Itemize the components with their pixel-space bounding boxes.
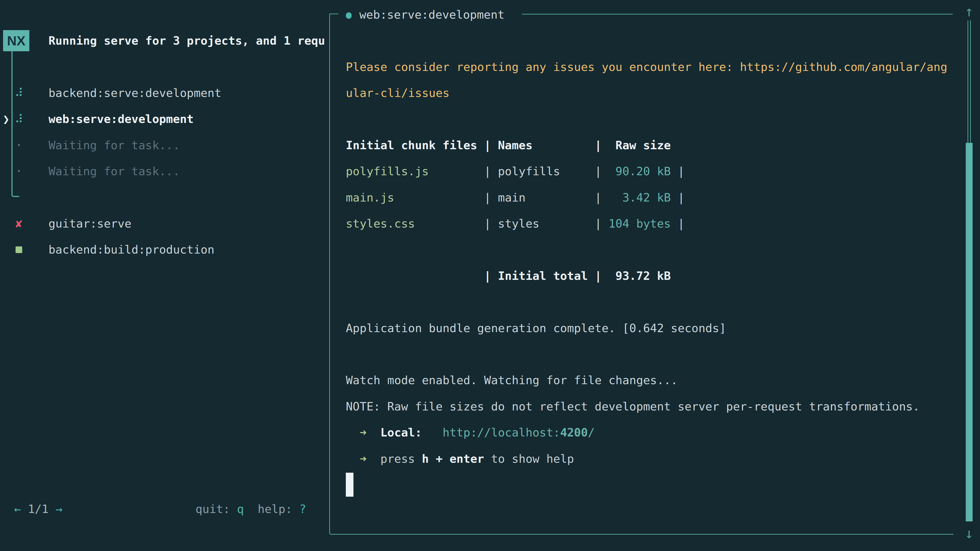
task-label: Waiting for task... (48, 158, 180, 184)
task-row-backend-serve-development[interactable]: ⠼backend:serve:development (0, 80, 328, 106)
output-segment (346, 452, 360, 465)
task-label: backend:serve:development (48, 80, 221, 106)
next-page-arrow-icon[interactable]: → (56, 502, 62, 516)
task-label: guitar:serve (48, 210, 131, 237)
output-segment: h + enter (422, 452, 484, 465)
output-segment: Please consider reporting any issues you… (346, 60, 947, 74)
output-segment: Watch mode enabled. Watching for file ch… (346, 373, 678, 387)
output-segment: polyfills.js (346, 165, 429, 178)
output-line: ular-cli/issues (346, 80, 956, 106)
output-panel-title-row: ● web:serve:development (346, 2, 504, 27)
output-segment: http://localhost: (442, 426, 560, 439)
output-line: ➜ press h + enter to show help (346, 446, 956, 472)
output-line: Application bundle generation complete. … (346, 315, 956, 341)
output-segment (422, 426, 442, 439)
output-line: styles.css | styles | 104 bytes | (346, 210, 956, 237)
task-label: web:serve:development (48, 106, 194, 132)
pager: ← 1/1 → (14, 496, 62, 522)
keyboard-hints: quit: q help: ? (196, 496, 306, 522)
task-row-Waiting-for-task-[interactable]: ·Waiting for task... (0, 158, 328, 184)
task-label: Waiting for task... (48, 132, 180, 158)
output-panel-border-stub (329, 14, 339, 14)
output-line: Please consider reporting any issues you… (346, 54, 956, 80)
scroll-up-icon[interactable]: ↑ (961, 0, 977, 22)
output-segment (366, 426, 380, 439)
output-segment: | Initial total | 93.72 kB (346, 269, 671, 283)
output-line: Watch mode enabled. Watching for file ch… (346, 367, 956, 393)
output-panel-title-line (522, 14, 953, 14)
output-segment: | (671, 191, 684, 204)
failed-cross-icon: ✘ (11, 210, 27, 237)
task-label: backend:build:production (48, 237, 215, 263)
output-segment: | main | (394, 191, 622, 204)
waiting-dot-icon: · (11, 158, 27, 184)
scrollbar-thumb[interactable] (966, 143, 973, 521)
output-line (346, 237, 956, 263)
scroll-down-icon[interactable]: ↓ (961, 522, 977, 544)
output-segment: / (588, 426, 595, 439)
output-line (346, 472, 956, 498)
prev-page-arrow-icon[interactable]: ← (14, 502, 21, 516)
help-key: ? (299, 502, 306, 516)
output-panel-title: web:serve:development (360, 8, 504, 21)
output-line: | Initial total | 93.72 kB (346, 263, 956, 289)
running-status-dot-icon: ● (346, 8, 352, 21)
output-segment: 90.20 kB (616, 165, 671, 178)
output-line: ➜ Local: http://localhost:4200/ (346, 419, 956, 445)
output-line (346, 106, 956, 132)
output-segment: main.js (346, 191, 394, 204)
output-line (346, 289, 956, 315)
output-segment: ➜ (360, 452, 366, 465)
output-segment: Local: (380, 426, 422, 439)
output-segment: | (671, 217, 684, 230)
output-segment: | polyfills | (429, 165, 616, 178)
scrollbar-track[interactable] (967, 21, 971, 143)
task-row-Waiting-for-task-[interactable]: ·Waiting for task... (0, 132, 328, 158)
output-segment: ular-cli/issues (346, 86, 449, 100)
output-segment: NOTE: Raw file sizes do not reflect deve… (346, 400, 920, 413)
output-segment (366, 452, 380, 465)
output-segment: 3.42 kB (622, 191, 671, 204)
output-segment: to show help (484, 452, 574, 465)
output-line: NOTE: Raw file sizes do not reflect deve… (346, 393, 956, 419)
task-row-web-serve-development[interactable]: ❯⠼web:serve:development (0, 106, 328, 132)
terminal-cursor (346, 473, 353, 497)
output-segment: 4200 (560, 426, 588, 439)
waiting-dot-icon: · (11, 132, 27, 158)
output-line (346, 341, 956, 367)
output-segment: | (671, 165, 684, 178)
output-segment: Application bundle generation complete. … (346, 321, 726, 335)
quit-hint-label: quit: (196, 502, 237, 516)
output-segment: 104 bytes (609, 217, 671, 230)
success-square-icon (11, 237, 27, 263)
terminal-output: Please consider reporting any issues you… (346, 54, 956, 498)
output-line: Initial chunk files | Names | Raw size (346, 132, 956, 158)
page-indicator: 1/1 (21, 502, 56, 516)
task-list: ⠼backend:serve:development❯⠼web:serve:de… (0, 0, 328, 551)
output-segment: press (380, 452, 422, 465)
output-segment: | styles | (415, 217, 609, 230)
output-segment: ➜ (360, 426, 366, 439)
sidebar-bottom-bar: ← 1/1 → quit: q help: ? (0, 496, 328, 522)
spinner-icon: ⠼ (11, 106, 27, 132)
output-segment (346, 426, 360, 439)
task-row-backend-build-production[interactable]: backend:build:production (0, 237, 328, 263)
output-segment: Initial chunk files | Names | Raw size (346, 138, 671, 152)
selected-arrow-icon: ❯ (0, 106, 12, 132)
nx-tui-screen: NX Running serve for 3 projects, and 1 r… (0, 0, 980, 551)
task-row-guitar-serve[interactable]: ✘guitar:serve (0, 210, 328, 237)
spinner-icon: ⠼ (11, 80, 27, 106)
output-line: polyfills.js | polyfills | 90.20 kB | (346, 159, 956, 184)
quit-key: q (237, 502, 244, 516)
output-line: main.js | main | 3.42 kB | (346, 184, 956, 210)
output-segment: styles.css (346, 217, 415, 230)
help-hint-label: help: (244, 502, 299, 516)
